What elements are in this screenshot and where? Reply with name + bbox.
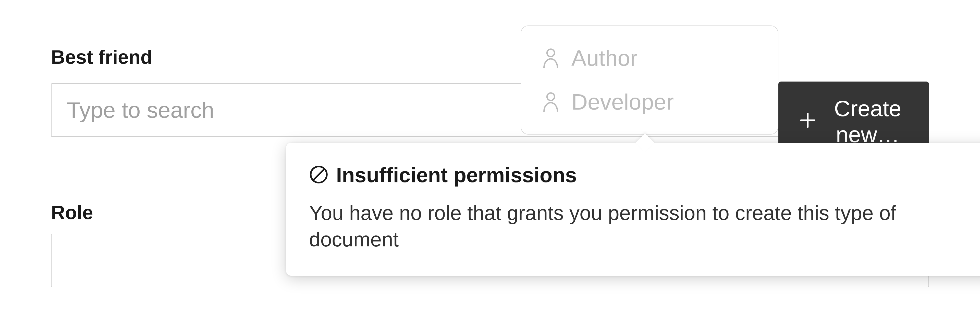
plus-icon (799, 109, 817, 135)
person-icon (542, 92, 560, 112)
dropdown-item-developer[interactable]: Developer (521, 80, 778, 124)
dropdown-item-label: Developer (571, 89, 674, 115)
tooltip-body: You have no role that grants you permiss… (309, 200, 977, 253)
dropdown-item-label: Author (571, 45, 638, 71)
tooltip-title: Insufficient permissions (336, 163, 577, 187)
svg-line-5 (313, 169, 325, 180)
permissions-tooltip: Insufficient permissions You have no rol… (286, 143, 980, 276)
reference-type-dropdown: Author Developer (520, 25, 778, 135)
dropdown-item-author[interactable]: Author (521, 36, 778, 80)
best-friend-label: Best friend (51, 46, 929, 68)
tooltip-header: Insufficient permissions (309, 163, 977, 187)
svg-point-0 (547, 49, 554, 57)
best-friend-field: Best friend Author Developer (51, 46, 929, 137)
create-new-label: Create new… (827, 95, 908, 147)
svg-point-1 (547, 93, 554, 100)
person-icon (542, 48, 560, 68)
prohibit-icon (309, 165, 328, 185)
